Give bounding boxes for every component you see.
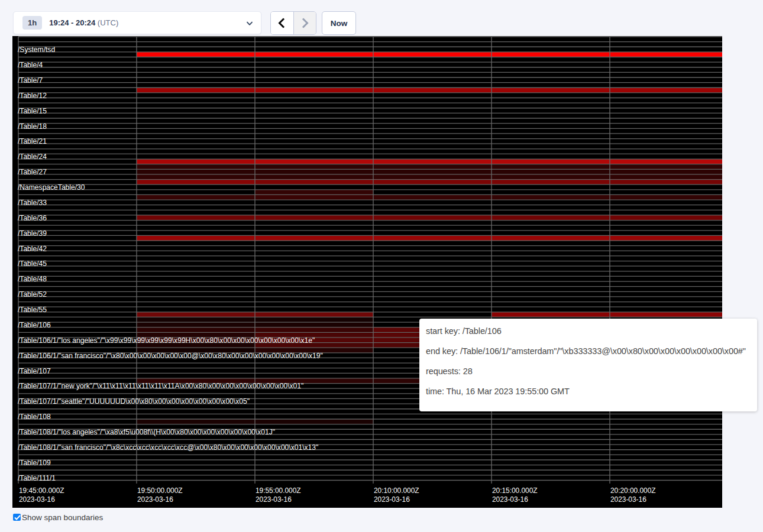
svg-text:19:45:00.000Z: 19:45:00.000Z: [19, 486, 64, 495]
svg-text:/Table/21: /Table/21: [18, 137, 47, 145]
svg-text:/Table/4: /Table/4: [18, 61, 43, 69]
svg-text:/NamespaceTable/30: /NamespaceTable/30: [18, 183, 85, 192]
svg-text:/System/tsd: /System/tsd: [18, 46, 55, 54]
svg-text:/Table/45: /Table/45: [18, 259, 47, 268]
svg-text:/Table/15: /Table/15: [18, 106, 47, 115]
svg-text:20:15:00.000Z: 20:15:00.000Z: [492, 486, 538, 495]
svg-text:/Table/52: /Table/52: [18, 290, 47, 299]
svg-text:/Table/107/1/"new york"/"\x11\: /Table/107/1/"new york"/"\x11\x11\x11\x1…: [18, 382, 303, 390]
svg-text:/Table/18: /Table/18: [18, 122, 47, 130]
svg-text:/Table/106/1/"los angeles"/"\x: /Table/106/1/"los angeles"/"\x99\x99\x99…: [18, 336, 315, 344]
svg-text:/Table/55: /Table/55: [18, 306, 47, 314]
svg-text:/Table/108: /Table/108: [18, 413, 51, 421]
svg-text:/Table/12: /Table/12: [18, 91, 47, 99]
svg-text:2023-03-16: 2023-03-16: [19, 495, 55, 504]
svg-text:/Table/33: /Table/33: [18, 199, 47, 207]
svg-text:2023-03-16: 2023-03-16: [256, 495, 292, 504]
svg-text:/Table/39: /Table/39: [18, 229, 47, 237]
svg-text:19:55:00.000Z: 19:55:00.000Z: [256, 486, 301, 495]
svg-text:19:50:00.000Z: 19:50:00.000Z: [137, 486, 183, 495]
svg-text:20:20:00.000Z: 20:20:00.000Z: [610, 486, 656, 495]
svg-text:/Table/36: /Table/36: [18, 213, 47, 222]
svg-text:/Table/106/1/"san francisco"/": /Table/106/1/"san francisco"/"\x80\x00\x…: [18, 351, 323, 359]
svg-text:/Table/106: /Table/106: [18, 321, 51, 329]
svg-text:/Table/7: /Table/7: [18, 76, 43, 85]
svg-text:/Table/111/1: /Table/111/1: [18, 473, 56, 482]
svg-text:/Table/24: /Table/24: [18, 153, 47, 161]
svg-text:/Table/27: /Table/27: [18, 168, 47, 176]
svg-text:/Table/48: /Table/48: [18, 275, 47, 283]
svg-text:/Table/108/1/"san francisco"/": /Table/108/1/"san francisco"/"\x8c\xcc\x…: [18, 443, 318, 452]
svg-text:/Table/42: /Table/42: [18, 244, 47, 252]
svg-text:/Table/108/1/"los angeles"/"\x: /Table/108/1/"los angeles"/"\xa8\xf5\u00…: [18, 428, 275, 436]
svg-text:2023-03-16: 2023-03-16: [492, 495, 528, 504]
svg-text:/Table/107: /Table/107: [18, 366, 51, 375]
svg-text:2023-03-16: 2023-03-16: [137, 495, 173, 504]
svg-text:20:10:00.000Z: 20:10:00.000Z: [374, 486, 419, 495]
svg-text:/Table/107/1/"seattle"/"UUUUUU: /Table/107/1/"seattle"/"UUUUUUD\x00\x80\…: [18, 397, 250, 406]
svg-text:2023-03-16: 2023-03-16: [374, 495, 410, 504]
svg-text:/Table/109: /Table/109: [18, 459, 51, 467]
svg-text:2023-03-16: 2023-03-16: [610, 495, 646, 504]
